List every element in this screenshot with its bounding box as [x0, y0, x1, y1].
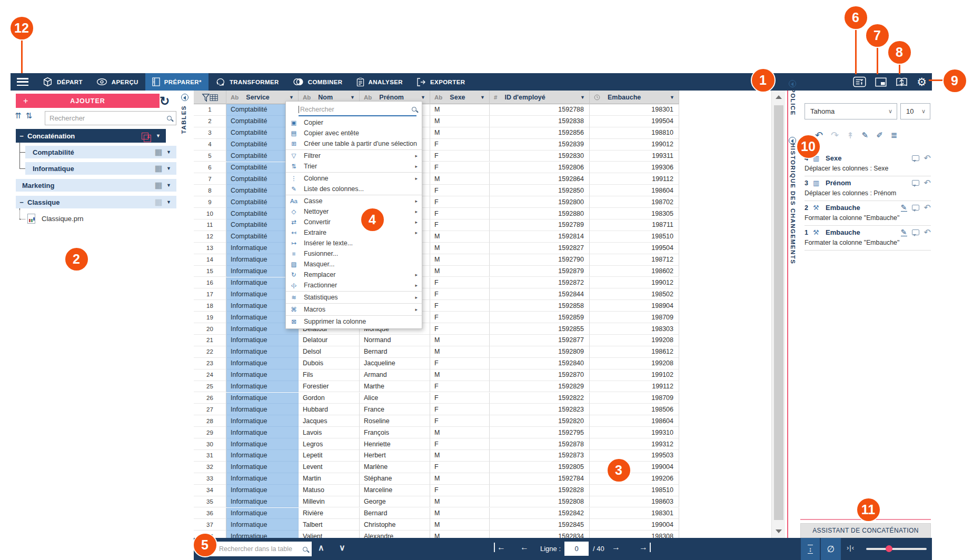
table-cell[interactable]: Levent [299, 462, 360, 473]
table-cell[interactable]: Dubois [299, 358, 360, 369]
scrollbar-thumb[interactable] [774, 105, 783, 520]
table-cell[interactable]: M [430, 127, 490, 139]
menu-item-macros[interactable]: ⌘Macros▸ [286, 304, 422, 315]
history-item[interactable]: 2⚒Embauche✎↶Formater la colonne "Embauch… [805, 201, 931, 226]
search-previous-icon[interactable]: ∧ [318, 543, 324, 553]
collapse-steps-icon[interactable]: ↟ [847, 131, 853, 141]
column-header-iddemploy[interactable]: #ID d'employé▼ [490, 91, 590, 104]
table-cell[interactable]: 198711 [590, 219, 679, 231]
table-cell[interactable]: M [430, 243, 490, 254]
table-cell[interactable]: M [430, 496, 490, 508]
table-cell[interactable]: Informatique [226, 415, 299, 427]
row-number-cell[interactable]: 28 [194, 415, 226, 427]
table-cell[interactable]: 1592823 [490, 404, 590, 415]
table-cell[interactable]: 1592822 [490, 393, 590, 404]
menu-item-extraire[interactable]: ↤Extraire▸ [286, 227, 422, 238]
table-cell[interactable]: Informatique [226, 485, 299, 496]
table-cell[interactable]: M [430, 346, 490, 358]
fit-columns-icon[interactable]: ›|‹ [847, 544, 855, 552]
tab-départ[interactable]: DÉPART [36, 73, 90, 91]
table-cell[interactable]: 1592814 [490, 231, 590, 243]
menu-item-remplacer[interactable]: ↻Remplacer▸ [286, 269, 422, 280]
table-cell[interactable]: 1592840 [490, 358, 590, 369]
collapse-panel-icon[interactable] [181, 94, 188, 101]
table-cell[interactable]: Informatique [226, 450, 299, 462]
row-number-cell[interactable]: 32 [194, 462, 226, 473]
row-number-cell[interactable]: 20 [194, 323, 226, 335]
row-number-cell[interactable]: 4 [194, 139, 226, 151]
table-cell[interactable]: Informatique [226, 369, 299, 381]
table-cell[interactable]: Informatique [226, 519, 299, 531]
menu-item-colonne[interactable]: ⋮Colonne▸ [286, 173, 422, 184]
table-cell[interactable]: F [430, 185, 490, 196]
table-cell[interactable]: 1592788 [490, 104, 590, 116]
filter-caret-icon[interactable]: ▼ [350, 95, 355, 100]
table-cell[interactable]: Alexandre [360, 531, 430, 538]
table-cell[interactable]: 199311 [590, 151, 679, 162]
table-cell[interactable]: M [430, 116, 490, 127]
table-cell[interactable]: 199306 [590, 162, 679, 174]
row-number-cell[interactable]: 12 [194, 231, 226, 243]
table-cell[interactable]: 198904 [590, 300, 679, 312]
row-number-cell[interactable]: 35 [194, 496, 226, 508]
row-number-cell[interactable]: 14 [194, 254, 226, 266]
undo-step-icon[interactable]: ↶ [924, 229, 931, 236]
menu-item-copier-avec-entête[interactable]: ▤Copier avec entête [286, 128, 422, 138]
table-cell[interactable]: Stéphane [360, 473, 430, 485]
menu-item-casse[interactable]: AaCasse▸ [286, 196, 422, 206]
table-cell[interactable]: Informatique [226, 508, 299, 519]
table-cell[interactable]: 1592873 [490, 450, 590, 462]
tree-item-comptabilite[interactable]: Comptabilité ▦ ▼ [25, 146, 176, 158]
table-cell[interactable]: M [430, 266, 490, 277]
row-number-cell[interactable]: 17 [194, 288, 226, 300]
tree-item-marketing[interactable]: Marketing ▦ ▼ [16, 179, 176, 192]
chevron-down-icon[interactable]: ▼ [156, 133, 161, 138]
table-cell[interactable]: 199208 [590, 358, 679, 369]
history-item[interactable]: 1⚒Embauche✎↶Formater la colonne "Embauch… [805, 226, 931, 251]
table-cell[interactable]: 1592800 [490, 196, 590, 208]
chevron-down-icon[interactable]: ▼ [166, 183, 171, 188]
table-cell[interactable]: Informatique [226, 531, 299, 538]
table-cell[interactable]: 1592878 [490, 438, 590, 450]
table-cell[interactable]: 199004 [590, 462, 679, 473]
table-cell[interactable]: Christophe [360, 519, 430, 531]
table-cell[interactable]: Informatique [226, 462, 299, 473]
table-cell[interactable]: Informatique [226, 496, 299, 508]
table-cell[interactable]: F [430, 462, 490, 473]
table-cell[interactable]: M [430, 473, 490, 485]
table-cell[interactable]: Delatour [299, 335, 360, 346]
row-number-cell[interactable]: 30 [194, 438, 226, 450]
table-cell[interactable]: 199102 [590, 369, 679, 381]
table-cell[interactable]: F [430, 312, 490, 323]
table-cell[interactable]: Forestier [299, 381, 360, 393]
table-cell[interactable]: 199206 [590, 473, 679, 485]
chevron-down-icon[interactable]: ▼ [166, 199, 171, 205]
table-cell[interactable]: 198308 [590, 531, 679, 538]
table-cell[interactable]: 198510 [590, 485, 679, 496]
table-cell[interactable]: Jacqueline [360, 358, 430, 369]
table-cell[interactable]: F [430, 208, 490, 219]
row-number-cell[interactable]: 10 [194, 208, 226, 219]
row-number-cell[interactable]: 25 [194, 381, 226, 393]
table-cell[interactable]: Lavois [299, 427, 360, 438]
table-cell[interactable]: Informatique [226, 358, 299, 369]
table-cell[interactable]: 1592856 [490, 127, 590, 139]
menu-item-supprimer-la-colonne[interactable]: ⊠Supprimer la colonne [286, 316, 422, 327]
table-cell[interactable]: 199503 [590, 450, 679, 462]
tree-item-informatique[interactable]: Informatique ▦ ▼ [25, 162, 176, 175]
table-cell[interactable]: 1592850 [490, 185, 590, 196]
tree-group-concatenation[interactable]: − Concaténation ▼ [16, 129, 166, 143]
filter-caret-icon[interactable]: ▼ [289, 95, 294, 100]
table-cell[interactable]: 198810 [590, 127, 679, 139]
filter-caret-icon[interactable]: ▼ [421, 95, 425, 100]
table-cell[interactable]: 198612 [590, 346, 679, 358]
undo-step-icon[interactable]: ↶ [924, 205, 931, 211]
table-cell[interactable]: F [430, 485, 490, 496]
table-cell[interactable]: 198602 [590, 266, 679, 277]
history-panel-tab[interactable]: HISTORIQUE DES CHANGEMENTS [790, 143, 796, 264]
next-row-icon[interactable]: → [612, 543, 620, 552]
table-cell[interactable]: François [360, 427, 430, 438]
table-cell[interactable]: 198301 [590, 104, 679, 116]
table-cell[interactable]: 198303 [590, 323, 679, 335]
menu-item-convertir[interactable]: ⇄Convertir▸ [286, 217, 422, 227]
